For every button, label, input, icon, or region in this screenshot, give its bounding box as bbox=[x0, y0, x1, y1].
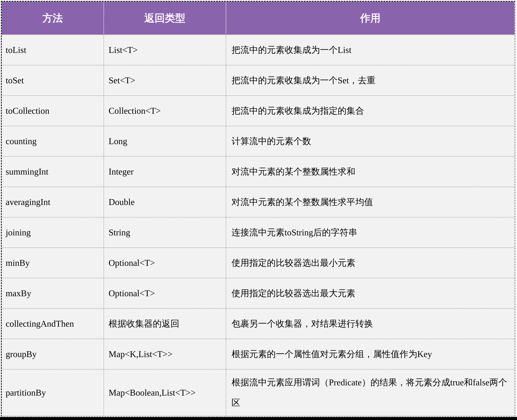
table-header-row: 方法 返回类型 作用 bbox=[2, 2, 515, 35]
table-row-maxby: maxBy Optional<T> 使用指定的比较器选出最大元素 bbox=[2, 278, 515, 308]
table-row-partitionby: partitionBy Map<Boolean,List<T>> 根据流中元素应… bbox=[2, 369, 515, 416]
cell-description: 把流中的元素收集成为一个Set，去重 bbox=[226, 65, 515, 96]
table-row-joining: joining String 连接流中元素toString后的字符串 bbox=[2, 217, 515, 248]
cell-return-type: Long bbox=[104, 126, 226, 156]
cell-description: 对流中元素的某个整数属性求和 bbox=[226, 156, 515, 187]
cell-return-type: Map<K,List<T>> bbox=[104, 339, 226, 369]
cell-method: averagingInt bbox=[2, 187, 104, 217]
cell-return-type: 根据收集器的返回 bbox=[104, 308, 226, 339]
cell-method: minBy bbox=[2, 248, 104, 278]
table-row-summingint: summingInt Integer 对流中元素的某个整数属性求和 bbox=[2, 156, 515, 187]
cell-description: 把流中的元素收集成为一个List bbox=[226, 35, 515, 65]
cell-return-type: Optional<T> bbox=[104, 248, 226, 278]
collectors-table: 方法 返回类型 作用 toList List<T> 把流中的元素收集成为一个Li… bbox=[2, 2, 515, 416]
cell-return-type: Collection<T> bbox=[104, 96, 226, 126]
cell-return-type: List<T> bbox=[104, 35, 226, 65]
collectors-table-border: 方法 返回类型 作用 toList List<T> 把流中的元素收集成为一个Li… bbox=[1, 1, 515, 417]
cell-method: collectingAndThen bbox=[2, 308, 104, 339]
cell-method: joining bbox=[2, 217, 104, 248]
cell-description: 使用指定的比较器选出最小元素 bbox=[226, 248, 515, 278]
table-row-collectingandthen: collectingAndThen 根据收集器的返回 包裹另一个收集器，对结果进… bbox=[2, 308, 515, 339]
cell-description: 根据元素的一个属性值对元素分组，属性值作为Key bbox=[226, 339, 515, 369]
cell-description: 把流中的元素收集成为指定的集合 bbox=[226, 96, 515, 126]
table-row-tocollection: toCollection Collection<T> 把流中的元素收集成为指定的… bbox=[2, 96, 515, 126]
cell-description: 包裹另一个收集器，对结果进行转换 bbox=[226, 308, 515, 339]
cell-method: maxBy bbox=[2, 278, 104, 308]
cell-method: counting bbox=[2, 126, 104, 156]
cell-description: 连接流中元素toString后的字符串 bbox=[226, 217, 515, 248]
cell-description: 计算流中的元素个数 bbox=[226, 126, 515, 156]
table-row-averagingint: averagingInt Double 对流中元素的某个整数属性求平均值 bbox=[2, 187, 515, 217]
cell-return-type: Integer bbox=[104, 156, 226, 187]
cell-return-type: Map<Boolean,List<T>> bbox=[104, 369, 226, 416]
cell-method: partitionBy bbox=[2, 369, 104, 416]
cell-method: toList bbox=[2, 35, 104, 65]
table-row-toset: toSet Set<T> 把流中的元素收集成为一个Set，去重 bbox=[2, 65, 515, 96]
table-row-tolist: toList List<T> 把流中的元素收集成为一个List bbox=[2, 35, 515, 65]
cell-return-type: Set<T> bbox=[104, 65, 226, 96]
cell-description: 根据流中元素应用谓词（Predicate）的结果，将元素分成true和false… bbox=[226, 369, 515, 416]
cell-method: toCollection bbox=[2, 96, 104, 126]
bottom-black-bar bbox=[0, 417, 517, 420]
cell-description: 对流中元素的某个整数属性求平均值 bbox=[226, 187, 515, 217]
cell-return-type: String bbox=[104, 217, 226, 248]
table-row-counting: counting Long 计算流中的元素个数 bbox=[2, 126, 515, 156]
table-row-minby: minBy Optional<T> 使用指定的比较器选出最小元素 bbox=[2, 248, 515, 278]
collectors-table-page: 方法 返回类型 作用 toList List<T> 把流中的元素收集成为一个Li… bbox=[0, 0, 517, 420]
cell-method: groupBy bbox=[2, 339, 104, 369]
cell-method: summingInt bbox=[2, 156, 104, 187]
column-header-method: 方法 bbox=[2, 2, 104, 35]
column-header-return-type: 返回类型 bbox=[104, 2, 226, 35]
cell-method: toSet bbox=[2, 65, 104, 96]
cell-return-type: Double bbox=[104, 187, 226, 217]
column-header-purpose: 作用 bbox=[226, 2, 515, 35]
cell-description: 使用指定的比较器选出最大元素 bbox=[226, 278, 515, 308]
cell-return-type: Optional<T> bbox=[104, 278, 226, 308]
table-row-groupby: groupBy Map<K,List<T>> 根据元素的一个属性值对元素分组，属… bbox=[2, 339, 515, 369]
